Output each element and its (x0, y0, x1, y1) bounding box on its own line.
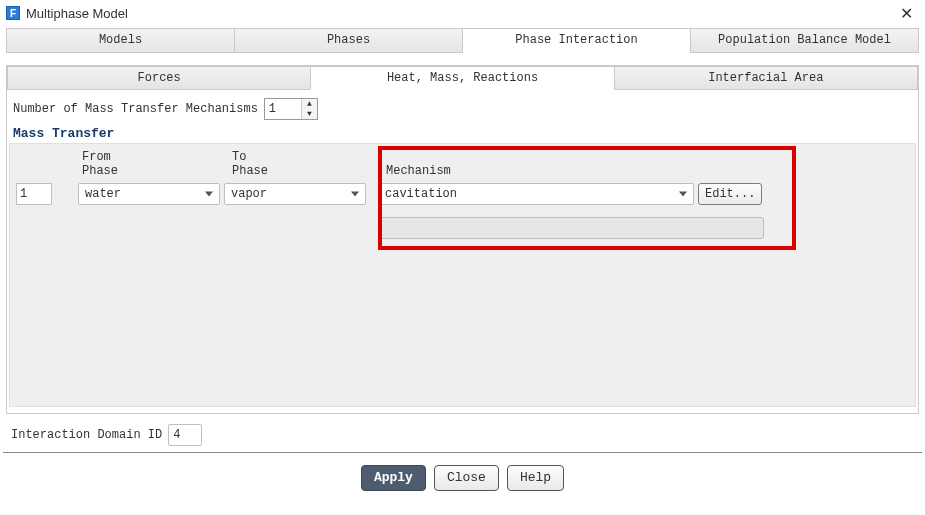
mass-transfer-row: 1 water vapor cavitation Edit... (14, 183, 911, 239)
help-button[interactable]: Help (507, 465, 564, 491)
to-phase-value: vapor (231, 187, 267, 201)
edit-button[interactable]: Edit... (698, 183, 762, 205)
row-index: 1 (16, 183, 52, 205)
close-icon[interactable]: ✕ (896, 4, 917, 23)
tab-population-balance[interactable]: Population Balance Model (691, 29, 918, 52)
tab-phases[interactable]: Phases (235, 29, 463, 52)
spinner-down-icon[interactable]: ▼ (302, 109, 317, 119)
header-to-phase: To Phase (232, 150, 382, 178)
app-icon: F (6, 6, 20, 20)
chevron-down-icon (679, 192, 687, 197)
spinner-up-icon[interactable]: ▲ (302, 99, 317, 109)
phase-interaction-panel: Forces Heat, Mass, Reactions Interfacial… (6, 65, 919, 414)
subtab-interfacial-area[interactable]: Interfacial Area (614, 66, 918, 90)
chevron-down-icon (205, 192, 213, 197)
mass-transfer-title: Mass Transfer (7, 124, 918, 143)
subtab-heat-mass-reactions[interactable]: Heat, Mass, Reactions (310, 66, 614, 90)
close-button[interactable]: Close (434, 465, 499, 491)
main-tabs: Models Phases Phase Interaction Populati… (6, 28, 919, 53)
mass-transfer-area: From Phase To Phase Mechanism 1 water va… (9, 143, 916, 407)
from-phase-dropdown[interactable]: water (78, 183, 220, 205)
mechanism-cell: cavitation Edit... (378, 183, 764, 239)
apply-button[interactable]: Apply (361, 465, 426, 491)
from-phase-value: water (85, 187, 121, 201)
to-phase-dropdown[interactable]: vapor (224, 183, 366, 205)
sub-tabs: Forces Heat, Mass, Reactions Interfacial… (7, 66, 918, 90)
interaction-domain-input[interactable]: 4 (168, 424, 202, 446)
subtab-forces[interactable]: Forces (7, 66, 311, 90)
window-title: Multiphase Model (26, 6, 896, 21)
action-bar: Apply Close Help (0, 453, 925, 491)
tab-phase-interaction[interactable]: Phase Interaction (463, 28, 691, 53)
mechanism-sub-dropdown-disabled (378, 217, 764, 239)
num-mechanisms-value[interactable]: 1 (265, 99, 301, 119)
num-mechanisms-row: Number of Mass Transfer Mechanisms 1 ▲ ▼ (7, 90, 918, 124)
interaction-domain-row: Interaction Domain ID 4 (3, 414, 922, 453)
num-mechanisms-spinner[interactable]: 1 ▲ ▼ (264, 98, 318, 120)
num-mechanisms-label: Number of Mass Transfer Mechanisms (13, 102, 258, 116)
mass-transfer-headers: From Phase To Phase Mechanism (14, 148, 911, 180)
interaction-domain-label: Interaction Domain ID (11, 428, 162, 442)
header-mechanism: Mechanism (382, 150, 911, 178)
mechanism-dropdown[interactable]: cavitation (378, 183, 694, 205)
title-bar: F Multiphase Model ✕ (0, 0, 925, 26)
header-from-phase: From Phase (82, 150, 232, 178)
mechanism-value: cavitation (385, 187, 457, 201)
chevron-down-icon (351, 192, 359, 197)
tab-models[interactable]: Models (7, 29, 235, 52)
